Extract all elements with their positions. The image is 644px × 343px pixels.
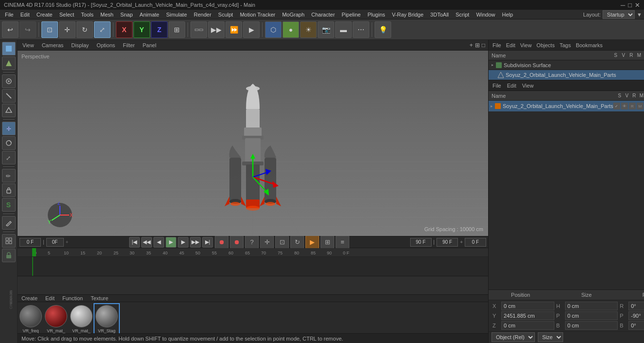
- sidebar-rotate-btn[interactable]: [2, 136, 16, 150]
- prev-keyframe-btn[interactable]: ◀◀: [141, 237, 152, 248]
- mat-menu-create[interactable]: Create: [19, 295, 39, 302]
- vp-menu-cameras[interactable]: Cameras: [40, 41, 66, 49]
- coord-x-pos[interactable]: 0 cm: [501, 302, 554, 310]
- goto-start-btn[interactable]: |◀: [129, 237, 140, 248]
- x-axis-btn[interactable]: X: [116, 21, 133, 38]
- sidebar-grid-btn[interactable]: [2, 234, 16, 248]
- mat-menu-edit[interactable]: Edit: [43, 295, 57, 302]
- prev-frame-btn[interactable]: ◀: [153, 237, 164, 248]
- obj-toolbar-edit[interactable]: Edit: [504, 41, 517, 49]
- menu-animate[interactable]: Animate: [137, 10, 162, 19]
- menu-tools[interactable]: Tools: [78, 10, 96, 19]
- light-toggle-btn[interactable]: 💡: [375, 21, 391, 38]
- texture-mode-btn[interactable]: ✛: [59, 21, 76, 38]
- maximize-btn[interactable]: □: [628, 1, 632, 9]
- vp-menu-options[interactable]: Options: [95, 41, 117, 49]
- menu-mograph[interactable]: MoGraph: [279, 10, 307, 19]
- render-view-btn[interactable]: ▶: [243, 21, 260, 38]
- coord-x-size[interactable]: 0 cm: [565, 302, 618, 310]
- sidebar-scale-btn[interactable]: ⤢: [2, 151, 16, 164]
- model-mode-btn[interactable]: ⊡: [41, 21, 58, 38]
- timeline-track-area[interactable]: [18, 257, 488, 276]
- sidebar-s-btn[interactable]: S: [2, 198, 16, 212]
- menu-help[interactable]: Help: [499, 10, 516, 19]
- camera-btn[interactable]: 📷: [318, 21, 334, 38]
- start-frame-display[interactable]: [46, 238, 64, 247]
- sidebar-pen-btn[interactable]: ✏: [2, 169, 16, 182]
- end-frame-input2[interactable]: [436, 238, 458, 247]
- render-region-btn[interactable]: ▭▭: [190, 21, 207, 38]
- viewport-maximize-icon[interactable]: □: [482, 42, 485, 49]
- coord-z-size[interactable]: 0 cm: [565, 321, 618, 330]
- help-btn[interactable]: ?: [245, 235, 259, 249]
- coord-y-rot[interactable]: -90°: [628, 311, 644, 320]
- play-btn[interactable]: ▶: [166, 237, 176, 248]
- menu-create[interactable]: Create: [34, 10, 56, 19]
- menu-simulate[interactable]: Simulate: [163, 10, 190, 19]
- menu-sculpt[interactable]: Sculpt: [215, 10, 236, 19]
- rotate-mode-btn[interactable]: ↻: [76, 21, 93, 38]
- material-swatch-0[interactable]: VR_freq: [19, 305, 42, 333]
- window-controls[interactable]: ─ □ ✕: [621, 1, 640, 9]
- menu-select[interactable]: Select: [57, 10, 77, 19]
- material-swatch-1[interactable]: VR_mat_: [45, 305, 67, 333]
- sidebar-texture-btn[interactable]: [2, 56, 16, 70]
- menu-snap[interactable]: Snap: [117, 10, 136, 19]
- mat-menu-texture[interactable]: Texture: [89, 295, 110, 302]
- sphere-btn[interactable]: ●: [283, 21, 299, 38]
- current-frame-input[interactable]: [19, 238, 41, 247]
- menu-file[interactable]: File: [2, 10, 17, 19]
- sidebar-model-btn[interactable]: [2, 42, 16, 55]
- playhead[interactable]: [32, 248, 36, 257]
- menu-pipeline[interactable]: Pipeline: [339, 10, 363, 19]
- menu-motion-tracker[interactable]: Motion Tracker: [237, 10, 278, 19]
- next-keyframe-btn[interactable]: ▶▶: [190, 237, 201, 248]
- sidebar-lock2-btn[interactable]: [2, 249, 16, 262]
- coord-y-pos[interactable]: 2451.885 cm: [501, 311, 554, 320]
- attr-toolbar-edit[interactable]: Edit: [505, 82, 518, 90]
- vp-menu-filter[interactable]: Filter: [121, 41, 136, 49]
- coords-mode-select[interactable]: Object (Rel): [492, 332, 535, 342]
- close-btn[interactable]: ✕: [635, 1, 640, 9]
- menu-vray[interactable]: V-Ray Bridge: [389, 10, 427, 19]
- rotate-anim-btn[interactable]: ↻: [290, 235, 304, 249]
- sidebar-lock-btn[interactable]: [2, 183, 16, 197]
- sidebar-brush-btn[interactable]: [2, 216, 16, 230]
- sidebar-move-btn[interactable]: ✛: [2, 122, 16, 135]
- viewport-canvas[interactable]: Perspective: [18, 51, 488, 236]
- menu-render[interactable]: Render: [191, 10, 214, 19]
- z-axis-btn[interactable]: Z: [151, 21, 168, 38]
- menu-3dtoall[interactable]: 3DToAll: [427, 10, 452, 19]
- viewport-layout-icon[interactable]: ⊞: [475, 42, 480, 49]
- next-frame-btn[interactable]: ▶: [178, 237, 189, 248]
- obj-toolbar-bookmarks[interactable]: Bookmarks: [574, 41, 605, 49]
- playback-frame-display[interactable]: [465, 238, 486, 247]
- sidebar-vertex-btn[interactable]: [2, 74, 16, 88]
- menu-edit[interactable]: Edit: [18, 10, 33, 19]
- menu-mesh[interactable]: Mesh: [97, 10, 116, 19]
- sidebar-edge-btn[interactable]: [2, 89, 16, 103]
- material-swatch-2[interactable]: VR_mat_: [70, 305, 93, 333]
- coord-y-size[interactable]: 0 cm: [565, 311, 618, 320]
- redo-btn[interactable]: ↪: [19, 21, 36, 38]
- coord-z-pos[interactable]: 0 cm: [501, 321, 554, 330]
- move-tool-btn[interactable]: ✛: [260, 235, 274, 249]
- menu-script[interactable]: Script: [453, 10, 472, 19]
- material-swatch-3[interactable]: VR_Stag: [95, 305, 118, 333]
- object-row-main[interactable]: Soyuz_2_Orbital_Launch_Vehicle_Main_Part…: [489, 70, 644, 80]
- menu-window[interactable]: Window: [473, 10, 498, 19]
- light-btn[interactable]: ☀: [300, 21, 317, 38]
- settings-btn[interactable]: ≡: [336, 235, 349, 249]
- attrib-obj-row[interactable]: ▸ Soyuz_2_Orbital_Launch_Vehicle_Main_Pa…: [489, 101, 644, 111]
- mat-menu-function[interactable]: Function: [60, 295, 85, 302]
- render-anim-btn[interactable]: ⊞: [321, 235, 334, 249]
- record-btn[interactable]: ⏺: [215, 235, 228, 249]
- coords-size-select[interactable]: Size: [538, 332, 563, 342]
- scale-mode-btn[interactable]: ⤢: [94, 21, 111, 38]
- obj-toolbar-objects[interactable]: Objects: [534, 41, 556, 49]
- menu-plugins[interactable]: Plugins: [364, 10, 388, 19]
- end-frame-input[interactable]: [410, 238, 432, 247]
- attr-toolbar-file[interactable]: File: [491, 82, 503, 90]
- y-axis-btn[interactable]: Y: [133, 21, 150, 38]
- vp-menu-view[interactable]: View: [20, 41, 36, 49]
